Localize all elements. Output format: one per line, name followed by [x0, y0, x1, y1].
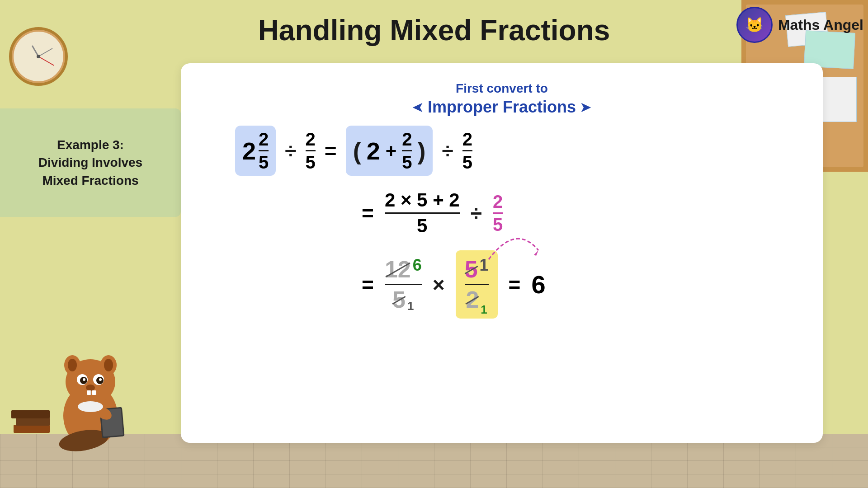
pink-frac-num: 2 [493, 192, 503, 211]
example-panel: Example 3: Dividing Involves Mixed Fract… [0, 108, 181, 217]
pink-frac-line [493, 212, 503, 214]
paren-frac-den: 5 [402, 152, 412, 172]
example-line2: Dividing Involves [38, 155, 142, 169]
clock-decoration [9, 27, 68, 86]
math-row-3: = 12 6 5 1 × 5 1 [362, 250, 546, 319]
svg-point-7 [104, 359, 113, 371]
frac3-line [462, 150, 472, 151]
equals-2: = [362, 201, 374, 225]
convert-arrows: ➤ Improper Fractions ➤ [208, 98, 796, 117]
equals-1: = [325, 139, 337, 163]
div-operator-3: ÷ [471, 201, 482, 225]
whole-number: 2 [242, 137, 256, 165]
equals-4: = [509, 272, 521, 297]
example-line1: Example 3: [57, 138, 124, 152]
convert-text: First convert to [208, 81, 796, 96]
branding-area: 🐱 Maths Angel [736, 7, 863, 43]
cancel-num-5: 5 1 [465, 256, 489, 283]
svg-rect-23 [16, 418, 50, 426]
mixed-fraction-highlight: 2 2 5 [235, 126, 276, 176]
example-line3: Mixed Fractions [42, 174, 138, 188]
main-content-card: First convert to ➤ Improper Fractions ➤ … [181, 63, 823, 443]
svg-rect-22 [14, 425, 50, 433]
svg-point-12 [83, 378, 85, 381]
times-operator: × [433, 272, 445, 297]
cancel-den-2: 2 1 [466, 286, 487, 313]
frac-denominator: 5 [259, 152, 269, 172]
svg-marker-0 [534, 250, 538, 256]
frac2-num: 2 [306, 129, 316, 149]
strike-2-den: 2 [466, 286, 479, 313]
frac2-line [306, 150, 316, 151]
equals-3: = [362, 272, 374, 297]
brand-logo: 🐱 [736, 7, 773, 43]
paren-whole: 2 [367, 137, 380, 165]
cancel-den: 5 1 [392, 286, 414, 313]
brand-name: Maths Angel [778, 17, 863, 33]
frac3-den: 5 [462, 152, 472, 172]
frac2-den: 5 [306, 152, 316, 172]
svg-point-14 [86, 385, 95, 391]
paren-group-highlight: ( 2 + 2 5 ) [346, 126, 433, 176]
svg-point-6 [68, 359, 77, 371]
fraction-part: 2 5 [259, 129, 269, 172]
right-arrow-icon: ➤ [580, 99, 592, 116]
svg-rect-24 [11, 410, 50, 418]
example-text: Example 3: Dividing Involves Mixed Fract… [38, 136, 142, 189]
result-6: 6 [531, 270, 545, 299]
frac3-num: 2 [462, 129, 472, 149]
frac-numerator: 2 [259, 129, 269, 149]
left-arrow-icon: ➤ [412, 99, 424, 116]
dashed-arrow [489, 223, 543, 268]
beaver-mascot [45, 334, 136, 452]
paren-frac-line [402, 150, 412, 151]
svg-point-21 [78, 401, 103, 412]
small-1-num: 1 [480, 256, 489, 275]
fraction-2-5: 2 5 [306, 129, 316, 172]
paren-fraction: 2 5 [402, 129, 412, 172]
fraction-2-5-b: 2 5 [462, 129, 472, 172]
mixed-fraction: 2 2 5 [242, 129, 269, 172]
small-6: 6 [413, 256, 422, 275]
strike-12: 12 [385, 256, 411, 283]
math-row-2: = 2 × 5 + 2 5 ÷ 2 5 [362, 189, 503, 237]
plus-op: + [386, 140, 397, 162]
large-frac-den: 5 [417, 215, 427, 237]
fraction-line [259, 150, 269, 151]
cancelled-fraction-12-5: 12 6 5 1 [385, 256, 422, 313]
cancel-frac2-line [465, 284, 489, 285]
cancelled-fraction-5-2: 5 1 2 1 [465, 256, 489, 313]
strike-5: 5 [392, 286, 406, 313]
math-area: 2 2 5 ÷ 2 5 = ( 2 + [208, 126, 796, 319]
subscript-1-den: 1 [407, 299, 414, 313]
paren-open: ( [353, 137, 361, 165]
div-operator-1: ÷ [285, 139, 296, 163]
improper-fractions-label: Improper Fractions [428, 98, 576, 117]
page-title: Handling Mixed Fractions [258, 14, 610, 47]
div-operator-2: ÷ [442, 139, 453, 163]
math-row-1: 2 2 5 ÷ 2 5 = ( 2 + [235, 126, 472, 176]
svg-point-13 [99, 378, 102, 381]
svg-rect-16 [92, 390, 96, 395]
strike-5-num: 5 [465, 256, 478, 283]
large-fraction: 2 × 5 + 2 5 [385, 189, 460, 237]
paren-frac-num: 2 [402, 129, 412, 149]
convert-label-area: First convert to ➤ Improper Fractions ➤ [208, 81, 796, 117]
yellow-cancel-box: 5 1 2 1 [456, 250, 498, 319]
large-frac-line [385, 212, 460, 214]
cancel-frac-line [385, 284, 422, 285]
large-frac-num: 2 × 5 + 2 [385, 189, 460, 211]
cancel-num: 12 6 [385, 256, 422, 283]
paren-close: ) [417, 137, 425, 165]
subscript-1-den-2: 1 [481, 303, 487, 317]
